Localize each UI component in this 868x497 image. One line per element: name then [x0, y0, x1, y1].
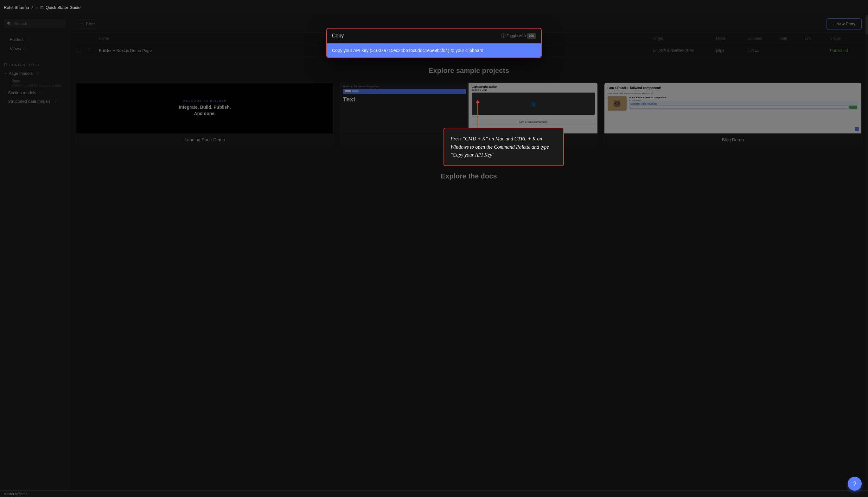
annotation-box: Press "CMD + K" on Mac and CTRL + K on W… [443, 128, 564, 166]
command-result-text: Copy your API key (51007a715ec24bb1bc0dd… [332, 48, 483, 53]
help-question-icon: ? [853, 481, 856, 487]
nav-user-name: Rohit Sharma [4, 5, 29, 10]
nav-project-icon: ⊡ [40, 5, 44, 10]
nav-project[interactable]: ⊡ Quick Stater Guide [40, 5, 80, 10]
bottom-bar: builder.io/demo [0, 490, 868, 497]
annotation-arrow [476, 100, 480, 128]
nav-user-arrow-icon: ↗ [31, 5, 33, 10]
command-palette: ⓘ Toggle with ⌘K Copy your API key (5100… [326, 28, 542, 58]
bottom-url: builder.io/demo [4, 492, 28, 496]
shortcut-kbd: ⌘K [527, 33, 536, 39]
toggle-label: Toggle with [507, 33, 526, 38]
command-palette-overlay: ⓘ Toggle with ⌘K Copy your API key (5100… [0, 15, 868, 490]
annotation-text: Press "CMD + K" on Mac and CTRL + K on W… [451, 135, 557, 159]
main-layout: 🔍 › Folders ⓘ › Views ⓘ ⊟ CONTENT TYPES … [0, 15, 868, 490]
command-palette-input-row: ⓘ Toggle with ⌘K [327, 29, 541, 43]
command-shortcut: ⓘ Toggle with ⌘K [501, 33, 536, 39]
command-result-item[interactable]: Copy your API key (51007a715ec24bb1bc0dd… [327, 43, 541, 57]
help-circle-icon: ⓘ [501, 33, 505, 39]
nav-breadcrumb-chevron-icon: › [36, 5, 38, 10]
nav-project-name: Quick Stater Guide [46, 5, 80, 10]
top-nav: Rohit Sharma ↗ › ⊡ Quick Stater Guide [0, 0, 868, 15]
arrow-head-icon [476, 100, 480, 103]
help-fab-button[interactable]: ? [848, 477, 862, 491]
arrow-line [477, 103, 478, 128]
annotation-content: Press "CMD + K" on Mac and CTRL + K on W… [451, 136, 549, 158]
nav-user[interactable]: Rohit Sharma ↗ [4, 5, 33, 10]
command-palette-input[interactable] [332, 33, 501, 39]
